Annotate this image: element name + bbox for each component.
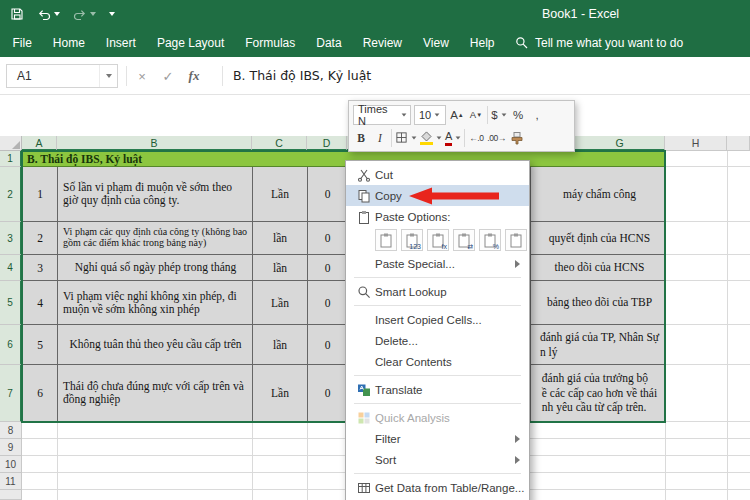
cell-note[interactable]: đánh giá của trưởng bộ ề các cấp cao hơn… <box>531 365 666 421</box>
cell-unit[interactable]: Lần <box>253 365 308 421</box>
menu-item-translate[interactable]: Translate <box>346 379 529 400</box>
cell-value[interactable]: 0 <box>308 255 348 280</box>
cell-value[interactable]: 0 <box>308 365 348 421</box>
cell-desc[interactable]: Không tuân thủ theo yêu cầu cấp trên <box>58 325 253 364</box>
select-all-corner[interactable] <box>0 136 22 151</box>
cell-unit[interactable]: lần <box>253 325 308 364</box>
column-header-a[interactable]: A <box>22 136 57 151</box>
menu-item-clear-contents[interactable]: Clear Contents <box>346 351 529 372</box>
row-header-5[interactable]: 5 <box>0 281 22 325</box>
row-header-6[interactable]: 6 <box>0 325 22 365</box>
cell-no[interactable]: 6 <box>23 365 58 421</box>
formula-input[interactable]: B. Thái độ IBS, Kỷ luật <box>233 68 371 83</box>
paste-option-button[interactable]: ⇄ <box>453 229 475 251</box>
row-header-9[interactable]: 9 <box>0 439 22 456</box>
cell-note[interactable]: theo dõi của HCNS <box>531 255 666 280</box>
shrink-font-button[interactable]: A▼ <box>468 105 484 125</box>
cell-no[interactable]: 3 <box>23 255 58 280</box>
tell-me-box[interactable]: Tell me what you want to do <box>515 36 683 50</box>
tab-help[interactable]: Help <box>459 28 505 57</box>
cell-value[interactable]: 0 <box>308 281 348 324</box>
accounting-format-button[interactable]: $ <box>491 105 507 125</box>
percent-style-button[interactable]: % <box>510 105 526 125</box>
paste-option-button[interactable]: % <box>479 229 501 251</box>
column-header-h[interactable]: H <box>665 136 727 151</box>
cell-no[interactable]: 1 <box>23 167 58 221</box>
cell-no[interactable]: 5 <box>23 325 58 364</box>
paste-option-button[interactable] <box>505 229 527 251</box>
tab-home[interactable]: Home <box>42 28 95 57</box>
cell-note[interactable]: bảng theo dõi của TBP <box>531 281 666 324</box>
cancel-button[interactable]: × <box>130 64 154 88</box>
fill-color-button[interactable] <box>420 128 442 148</box>
decrease-decimal-button[interactable]: .00→ <box>487 128 505 148</box>
row-header-1[interactable]: 1 <box>0 151 22 167</box>
cell-unit[interactable]: lần <box>253 255 308 280</box>
row-header-7[interactable]: 7 <box>0 365 22 422</box>
column-header-b[interactable]: B <box>57 136 252 151</box>
grow-font-button[interactable]: A▲ <box>449 105 465 125</box>
row-header-12[interactable] <box>0 490 22 500</box>
menu-item-delete[interactable]: Delete... <box>346 330 529 351</box>
cell-desc[interactable]: Nghỉ quá số ngày phép trong tháng <box>58 255 253 280</box>
name-box-dropdown[interactable] <box>99 65 117 87</box>
tab-formulas[interactable]: Formulas <box>235 28 306 57</box>
cell-value[interactable]: 0 <box>308 222 348 254</box>
cell-desc[interactable]: Thái độ chưa đúng mực với cấp trên và đồ… <box>58 365 253 421</box>
row-header-11[interactable]: 11 <box>0 473 22 490</box>
cell-no[interactable]: 2 <box>23 222 58 254</box>
menu-item-sort[interactable]: Sort <box>346 449 529 470</box>
increase-decimal-button[interactable]: ←.0 <box>468 128 484 148</box>
column-header-c[interactable]: C <box>252 136 307 151</box>
cell-unit[interactable]: lần <box>253 222 308 254</box>
cell-value[interactable]: 0 <box>308 325 348 364</box>
cell-note[interactable]: đánh giá của TP, Nhân Sự n lý <box>531 325 666 364</box>
tab-view[interactable]: View <box>413 28 460 57</box>
menu-item-cut[interactable]: Cut <box>346 164 529 185</box>
column-header-d[interactable]: D <box>307 136 347 151</box>
undo-button[interactable] <box>37 0 60 28</box>
row-header-4[interactable]: 4 <box>0 255 22 281</box>
insert-function-button[interactable]: fx <box>182 64 206 88</box>
tab-data[interactable]: Data <box>306 28 352 57</box>
cell-desc[interactable]: Vi phạm việc nghỉ không xin phép, đi muộ… <box>58 281 253 324</box>
paste-option-button[interactable]: fx <box>427 229 449 251</box>
menu-item-smart-lookup[interactable]: Smart Lookup <box>346 281 529 302</box>
menu-item-copy[interactable]: Copy <box>346 185 529 206</box>
column-header-g[interactable]: G <box>575 136 665 151</box>
cell-desc[interactable]: Vi phạm các quy định của công ty (không … <box>58 222 253 254</box>
menu-item-insert-copied-cells[interactable]: Insert Copied Cells... <box>346 309 529 330</box>
cell-section-title[interactable]: B. Thái độ IBS, Kỷ luật <box>22 151 665 167</box>
redo-button[interactable] <box>73 0 96 28</box>
save-button[interactable] <box>10 0 24 28</box>
cell-desc[interactable]: Số lần vi phạm đi muộn về sớm theo giờ q… <box>58 167 253 221</box>
font-color-button[interactable]: A <box>445 128 461 148</box>
cell-unit[interactable]: Lần <box>253 281 308 324</box>
menu-item-get-data[interactable]: Get Data from Table/Range... <box>346 477 529 498</box>
enter-button[interactable]: ✓ <box>156 64 180 88</box>
cell-note[interactable]: quyết định của HCNS <box>531 222 666 254</box>
cell-unit[interactable]: Lần <box>253 167 308 221</box>
menu-item-quick-analysis[interactable]: Quick Analysis <box>346 407 529 428</box>
tab-page-layout[interactable]: Page Layout <box>146 28 234 57</box>
row-header-2[interactable]: 2 <box>0 167 22 222</box>
format-painter-button[interactable] <box>509 128 525 148</box>
column-header-i[interactable] <box>727 136 750 151</box>
borders-button[interactable] <box>395 128 417 148</box>
font-size-select[interactable]: 10 <box>414 105 446 125</box>
italic-button[interactable]: I <box>372 128 388 148</box>
tab-review[interactable]: Review <box>352 28 412 57</box>
customize-quick-access-button[interactable] <box>109 0 115 28</box>
row-header-10[interactable]: 10 <box>0 456 22 473</box>
row-header-3[interactable]: 3 <box>0 222 22 255</box>
row-header-8[interactable]: 8 <box>0 422 22 439</box>
menu-item-paste-options[interactable]: Paste Options: <box>346 206 529 227</box>
cell-note[interactable]: máy chấm công <box>531 167 666 221</box>
menu-item-filter[interactable]: Filter <box>346 428 529 449</box>
paste-option-button[interactable] <box>375 229 397 251</box>
font-name-select[interactable]: Times N <box>353 105 411 125</box>
tab-insert[interactable]: Insert <box>95 28 146 57</box>
tab-file[interactable]: File <box>2 28 42 57</box>
bold-button[interactable]: B <box>353 128 369 148</box>
cell-value[interactable]: 0 <box>308 167 348 221</box>
